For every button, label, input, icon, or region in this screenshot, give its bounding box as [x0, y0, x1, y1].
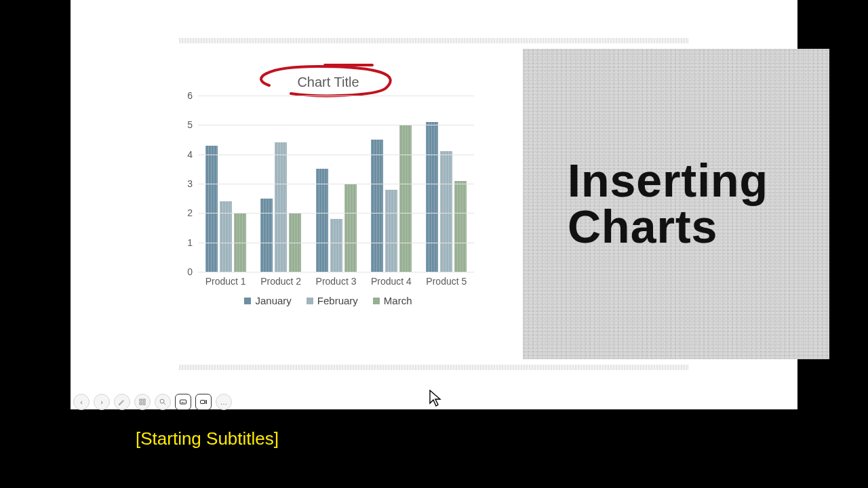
chart-y-tick-label: 2: [179, 207, 193, 218]
camera-button[interactable]: [195, 394, 212, 410]
divider-bottom: [179, 365, 689, 370]
slide-presentation: Chart Title 0123456 Product 1Product 2Pr…: [71, 0, 797, 409]
prev-slide-button[interactable]: ‹: [73, 394, 90, 410]
chart-y-tick-label: 0: [179, 266, 193, 277]
chart-bar: [316, 169, 328, 272]
ellipsis-icon: …: [220, 398, 228, 406]
presenter-toolbar: ‹ › …: [73, 394, 232, 410]
more-options-button[interactable]: …: [216, 394, 232, 410]
chart-bar: [399, 125, 412, 272]
zoom-icon: [159, 398, 167, 406]
chevron-right-icon: ›: [100, 398, 103, 406]
chart-bar: [371, 140, 383, 272]
svg-rect-0: [140, 399, 142, 401]
toggle-subtitles-button[interactable]: [175, 394, 191, 410]
slide-heading: Inserting Charts: [568, 157, 768, 249]
legend-item-january: January: [244, 295, 291, 306]
chart-x-tick-label: Product 4: [363, 276, 418, 287]
pen-icon: [118, 398, 126, 406]
chart-bar: [260, 199, 273, 272]
legend-item-february: February: [307, 295, 358, 306]
svg-rect-6: [180, 400, 186, 404]
chart-x-axis-labels: Product 1Product 2Product 3Product 4Prod…: [198, 276, 474, 287]
divider-top: [179, 38, 689, 43]
chart-x-tick-label: Product 3: [309, 276, 363, 287]
chart-bar: [275, 142, 287, 272]
slide-heading-line2: Charts: [568, 201, 717, 252]
next-slide-button[interactable]: ›: [94, 394, 110, 410]
legend-label: March: [384, 295, 412, 306]
svg-rect-2: [140, 403, 142, 405]
svg-rect-9: [201, 401, 205, 404]
chart-gridline: [198, 243, 474, 243]
legend-label: February: [317, 295, 358, 306]
svg-line-5: [164, 403, 166, 405]
svg-point-4: [160, 399, 164, 403]
legend-swatch-icon: [373, 298, 380, 304]
chart-bar: [220, 201, 232, 272]
chart-bar: [205, 146, 218, 272]
chart-x-tick-label: Product 2: [253, 276, 308, 287]
legend-swatch-icon: [307, 298, 313, 304]
chart-bar: [385, 190, 397, 272]
legend-label: January: [255, 295, 291, 306]
see-all-slides-button[interactable]: [134, 394, 151, 410]
chart-y-tick-label: 3: [179, 178, 193, 189]
legend-item-march: March: [373, 295, 412, 306]
chart-gridline: [198, 272, 474, 272]
svg-rect-3: [143, 403, 145, 405]
chart-gridline: [198, 96, 474, 96]
svg-rect-1: [143, 399, 145, 401]
chart-bar: [330, 219, 342, 272]
chart-bar: [454, 181, 467, 272]
chart-plot-area: 0123456: [179, 96, 474, 272]
subtitle-caption: [Starting Subtitles]: [136, 428, 279, 449]
chart-title: Chart Title: [179, 75, 477, 90]
chart-y-tick-label: 5: [179, 119, 193, 130]
camera-icon: [199, 398, 208, 406]
chart-gridline: [198, 155, 474, 155]
chevron-left-icon: ‹: [80, 398, 83, 406]
chart-gridline: [198, 213, 474, 214]
chart-y-tick-label: 1: [179, 237, 193, 248]
chart-bar: [344, 184, 357, 272]
chart-legend: January February March: [179, 295, 477, 306]
chart-x-tick-label: Product 1: [198, 276, 253, 287]
slide-heading-line1: Inserting: [568, 155, 768, 206]
chart-y-tick-label: 6: [179, 90, 193, 101]
slide-text-panel: Inserting Charts: [523, 49, 829, 359]
zoom-button[interactable]: [155, 394, 171, 410]
chart-gridline: [198, 184, 474, 184]
chart-y-tick-label: 4: [179, 149, 193, 160]
chart-x-tick-label: Product 5: [419, 276, 474, 287]
grid-icon: [138, 398, 146, 406]
ink-tools-button[interactable]: [114, 394, 130, 410]
chart-bar: [440, 151, 452, 272]
chart-bar: [426, 122, 438, 272]
chart-gridline: [198, 125, 474, 125]
subtitles-icon: [179, 398, 187, 406]
legend-swatch-icon: [244, 298, 251, 304]
chart-clustered-bar: Chart Title 0123456 Product 1Product 2Pr…: [179, 75, 477, 325]
